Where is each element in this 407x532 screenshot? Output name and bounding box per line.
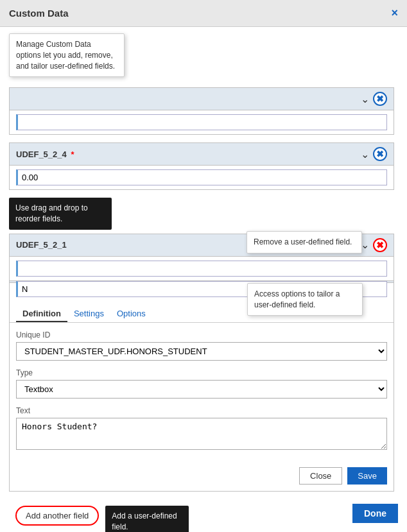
type-group: Type Textbox xyxy=(16,368,387,399)
text-label: Text xyxy=(16,406,387,415)
field-controls-2: ⌄ ✖ xyxy=(361,147,387,161)
remove-btn-1[interactable]: ✖ xyxy=(373,92,387,106)
type-label: Type xyxy=(16,368,387,377)
field-input-area-3 xyxy=(10,257,394,280)
field-block-4: HONORS_STUDENT * ⌃ ✖ Access options to t… xyxy=(9,260,394,492)
close-button[interactable]: × xyxy=(391,6,398,20)
text-textarea[interactable] xyxy=(16,418,387,450)
unique-id-select[interactable]: STUDENT_MASTER_UDF.HONORS_STUDENT xyxy=(16,342,387,361)
tab-settings[interactable]: Settings xyxy=(67,306,110,322)
action-buttons: Close Save xyxy=(10,467,394,491)
tab-options[interactable]: Options xyxy=(110,306,152,322)
chevron-down-btn-2[interactable]: ⌄ xyxy=(361,148,369,160)
field-header-1: ⌄ ✖ xyxy=(10,88,394,110)
tooltip-add: Add a user-defined field. xyxy=(105,506,189,532)
panel-title: Custom Data xyxy=(9,8,69,19)
field-controls-1: ⌄ ✖ xyxy=(361,92,387,106)
tooltip-access: Access options to tailor a user-defined … xyxy=(247,283,363,316)
remove-icon-2: ✖ xyxy=(373,147,387,161)
field-input-1[interactable] xyxy=(16,114,387,130)
save-button-field[interactable]: Save xyxy=(347,467,387,485)
tooltip-remove: Remove a user-defined field. xyxy=(247,231,362,253)
remove-icon-1: ✖ xyxy=(373,92,387,106)
tab-definition[interactable]: Definition xyxy=(16,306,67,322)
field-block-1: ⌄ ✖ xyxy=(9,87,394,135)
field-name-3: UDEF_5_2_1 xyxy=(16,240,67,250)
chevron-down-btn-1[interactable]: ⌄ xyxy=(361,93,369,105)
field-input-2[interactable] xyxy=(16,169,387,185)
field-controls-3: ⌄ ✖ xyxy=(361,238,387,252)
field-input-3[interactable] xyxy=(16,261,387,277)
add-another-field-button[interactable]: Add another field xyxy=(15,506,99,526)
field-input-area-1 xyxy=(10,110,394,134)
type-select[interactable]: Textbox xyxy=(16,380,387,399)
tooltip-manage: Manage Custom Data options let you add, … xyxy=(9,33,125,77)
field-block-2: UDEF_5_2_4 * ⌄ ✖ xyxy=(9,142,394,190)
done-button[interactable]: Done xyxy=(352,504,398,523)
close-button-field[interactable]: Close xyxy=(299,467,342,485)
unique-id-group: Unique ID STUDENT_MASTER_UDF.HONORS_STUD… xyxy=(16,330,387,361)
unique-id-label: Unique ID xyxy=(16,330,387,339)
field-name-2: UDEF_5_2_4 * xyxy=(16,150,74,159)
scrollable-area: Manage Custom Data options let you add, … xyxy=(0,27,407,532)
field-input-area-2 xyxy=(10,166,394,189)
tooltip-drag: Use drag and drop to reorder fields. xyxy=(9,198,112,230)
remove-btn-2[interactable]: ✖ xyxy=(373,147,387,161)
text-group: Text xyxy=(16,406,387,452)
add-field-area: Add another field Add a user-defined fie… xyxy=(9,499,394,532)
remove-btn-3[interactable]: ✖ xyxy=(373,238,387,252)
remove-icon-3: ✖ xyxy=(373,238,387,252)
panel-header: Custom Data × xyxy=(0,0,407,27)
main-panel: Custom Data × Manage Custom Data options… xyxy=(0,0,407,532)
field-header-2: UDEF_5_2_4 * ⌄ ✖ xyxy=(10,143,394,166)
tab-content-definition: Unique ID STUDENT_MASTER_UDF.HONORS_STUD… xyxy=(10,323,394,467)
required-star-2: * xyxy=(69,150,74,159)
